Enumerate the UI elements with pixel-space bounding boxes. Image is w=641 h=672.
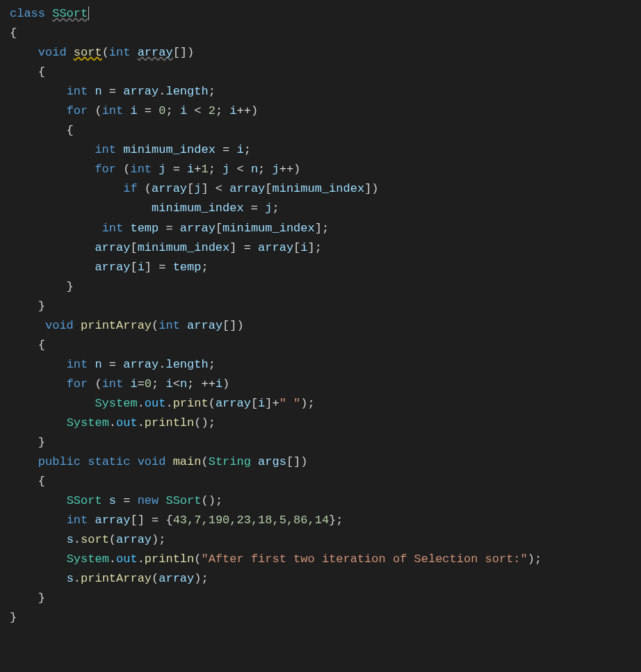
code-line-29: System.out.println("After first two iter…	[10, 552, 542, 566]
var-i: i	[138, 261, 145, 274]
class-name: SSort	[52, 7, 88, 20]
call-printArray: printArray	[81, 572, 152, 585]
keyword-if: if	[123, 182, 137, 195]
keyword-int: int	[67, 514, 88, 527]
method-println: println	[145, 552, 194, 566]
var-array: array	[123, 85, 159, 98]
keyword-for: for	[67, 377, 88, 391]
code-line-7: {	[10, 124, 74, 137]
code-line-1: class SSort	[10, 7, 89, 20]
prop-length: length	[165, 358, 208, 371]
var-minidx: minimum_index	[138, 241, 230, 254]
code-line-12: int temp = array[minimum_index];	[10, 222, 329, 235]
var-array: array	[95, 241, 130, 254]
var-n: n	[180, 377, 187, 391]
code-line-27: int array[] = {43,7,190,23,18,5,86,14};	[10, 514, 343, 527]
code-line-30: s.printArray(array);	[10, 572, 209, 585]
var-i: i	[300, 241, 307, 254]
method-sort: sort	[74, 46, 102, 59]
type-System: System	[67, 552, 109, 566]
keyword-int: int	[159, 319, 180, 332]
method-printArray: printArray	[81, 319, 152, 332]
var-temp: temp	[130, 222, 159, 235]
string-space: " "	[279, 397, 301, 410]
code-editor[interactable]: class SSort { void sort(int array[]) { i…	[0, 0, 641, 628]
var-array: array	[180, 222, 216, 235]
text-cursor	[88, 6, 89, 20]
var-i: i	[130, 104, 137, 117]
var-s: s	[67, 533, 74, 546]
keyword-int: int	[109, 46, 131, 59]
var-i: i	[216, 377, 222, 391]
code-line-6: for (int i = 0; i < 2; i++)	[10, 104, 258, 117]
keyword-int: int	[67, 85, 88, 98]
var-array: array	[216, 397, 251, 410]
var-i: i	[236, 143, 243, 156]
code-line-18: {	[10, 338, 45, 352]
code-line-19: int n = array.length;	[10, 358, 216, 371]
keyword-int: int	[102, 104, 124, 117]
prop-length: length	[165, 85, 208, 98]
code-line-31: }	[10, 591, 45, 605]
code-line-10: if (array[j] < array[minimum_index])	[10, 182, 379, 195]
method-main: main	[173, 455, 202, 468]
var-j: j	[273, 163, 279, 176]
var-j: j	[194, 182, 201, 195]
code-line-20: for (int i=0; i<n; ++i)	[10, 377, 229, 391]
call-sort: sort	[81, 533, 109, 546]
var-array: array	[95, 514, 130, 527]
code-line-13: array[minimum_index] = array[i];	[10, 241, 322, 254]
code-line-22: System.out.println();	[10, 416, 216, 429]
code-line-9: for (int j = i+1; j < n; j++)	[10, 163, 300, 176]
keyword-for: for	[95, 163, 116, 176]
var-array: array	[95, 261, 130, 274]
code-line-16: }	[10, 300, 45, 313]
keyword-int: int	[95, 143, 116, 156]
var-n: n	[251, 163, 258, 176]
code-line-2: {	[10, 26, 17, 40]
method-println: println	[145, 416, 194, 429]
keyword-int: int	[67, 358, 88, 371]
var-temp: temp	[173, 261, 202, 274]
var-i: i	[165, 377, 172, 391]
var-j: j	[159, 163, 165, 176]
var-i: i	[187, 163, 194, 176]
array-literal: 43,7,190,23,18,5,86,14	[173, 514, 329, 527]
code-line-11: minimum_index = j;	[10, 202, 279, 215]
var-i: i	[229, 104, 236, 117]
keyword-void: void	[138, 455, 166, 468]
prop-out: out	[116, 416, 138, 429]
type-SSort: SSort	[67, 494, 102, 507]
prop-out: out	[145, 397, 166, 410]
var-n: n	[95, 358, 102, 371]
code-line-25: {	[10, 475, 45, 488]
var-array: array	[116, 533, 152, 546]
type-String: String	[209, 455, 251, 468]
param-array: array	[187, 319, 222, 332]
code-line-8: int minimum_index = i;	[10, 143, 251, 156]
code-line-32: }	[10, 611, 17, 624]
var-j: j	[222, 163, 229, 176]
method-print: print	[173, 397, 209, 410]
keyword-new: new	[138, 494, 159, 507]
code-line-3: void sort(int array[])	[10, 46, 194, 59]
var-array: array	[258, 241, 293, 254]
var-array: array	[229, 182, 265, 195]
keyword-int: int	[130, 163, 152, 176]
keyword-class: class	[10, 7, 45, 20]
keyword-public: public	[38, 455, 81, 468]
string-msg: "After first two iteration of Selection …	[201, 552, 527, 566]
type-System: System	[95, 397, 137, 410]
code-line-5: int n = array.length;	[10, 85, 216, 98]
var-array: array	[123, 358, 159, 371]
var-array: array	[159, 572, 194, 585]
num-2: 2	[209, 104, 216, 117]
code-line-4: {	[10, 65, 45, 79]
prop-out: out	[116, 552, 138, 566]
var-minidx: minimum_index	[123, 143, 216, 156]
var-n: n	[95, 85, 102, 98]
param-args: args	[258, 455, 286, 468]
code-line-28: s.sort(array);	[10, 533, 165, 546]
keyword-int: int	[102, 222, 124, 235]
var-minidx: minimum_index	[273, 182, 365, 195]
